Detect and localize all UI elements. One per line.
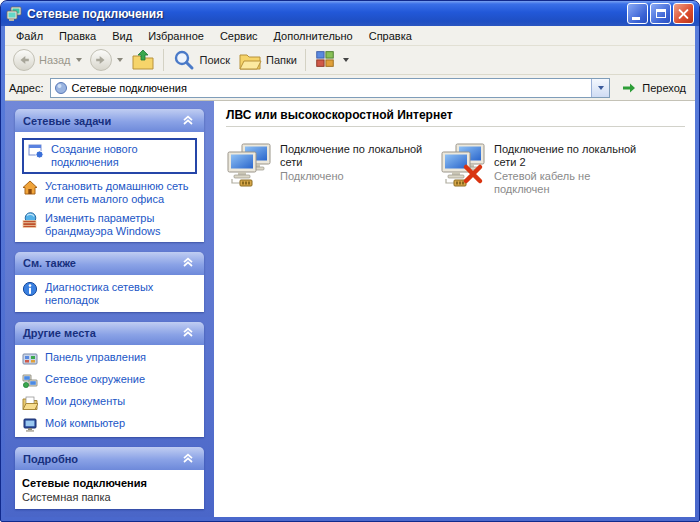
maximize-icon [656,9,666,18]
menu-item-tools[interactable]: Сервис [212,27,266,45]
window-body: Файл Правка Вид Избранное Сервис Дополни… [5,26,695,517]
home-network-icon [22,180,39,196]
window-controls [627,3,694,24]
details-folder-type: Системная папка [22,490,197,504]
connection-name: Подключение по локальной сети [280,143,424,169]
network-connections-window: Сетевые подключения Файл Правка Вид Избр… [0,0,700,522]
connection-status: Подключено [280,170,424,183]
link-label: Мой компьютер [45,417,125,430]
go-button[interactable]: Переход [616,80,691,96]
folders-label: Папки [266,54,297,66]
panel-body: Панель управления [15,345,204,437]
menu-item-file[interactable]: Файл [8,27,51,45]
connection-text: Подключение по локальной сети Подключено [280,143,424,196]
address-value: Сетевые подключения [72,82,588,94]
address-location-icon [54,81,68,95]
panel-title: Сетевые задачи [23,115,111,127]
go-label: Переход [642,82,686,94]
menu-item-help[interactable]: Справка [361,27,420,45]
panel-body: Диагностика сетевых неполадок [15,275,204,312]
my-documents-icon [22,395,39,411]
panel-title: См. также [23,257,76,269]
menu-item-advanced[interactable]: Дополнительно [266,27,361,45]
group-divider [226,126,685,127]
connection-list: Подключение по локальной сети Подключено [226,143,685,196]
panel-header-network-tasks[interactable]: Сетевые задачи [15,109,204,132]
task-label: Изменить параметры брандмауэра Windows [45,212,197,238]
window-title: Сетевые подключения [27,7,622,21]
back-label: Назад [39,54,71,66]
link-label: Мои документы [45,395,125,408]
lan-disconnected-icon [440,143,486,187]
close-button[interactable] [673,3,694,24]
forward-dropdown-icon [117,58,123,62]
task-label: Диагностика сетевых неполадок [45,281,197,307]
toolbar: Назад [5,46,695,75]
back-icon [13,49,35,71]
collapse-chevron-icon[interactable] [182,256,196,270]
views-button[interactable] [310,46,353,74]
my-computer-icon [22,417,39,433]
panel-header-other-places[interactable]: Другие места [15,322,204,345]
panel-header-details[interactable]: Подробно [15,447,204,470]
link-network-places[interactable]: Сетевое окружение [22,373,197,389]
link-my-computer[interactable]: Мой компьютер [22,417,197,433]
link-my-documents[interactable]: Мои документы [22,395,197,411]
link-label: Панель управления [45,351,146,364]
search-label: Поиск [200,54,230,66]
address-input[interactable]: Сетевые подключения [50,78,611,98]
collapse-chevron-icon[interactable] [182,114,196,128]
panel-body: Создание нового подключения Установить д… [15,132,204,242]
link-control-panel[interactable]: Панель управления [22,351,197,367]
panel-title: Другие места [23,327,96,339]
panel-body: Сетевые подключения Системная папка [15,470,204,509]
up-button[interactable] [127,46,159,74]
address-label: Адрес: [9,82,44,94]
network-diagnostics-icon [22,281,39,297]
lan-connection-icon [226,143,272,187]
chevron-down-icon [598,86,604,90]
connection-item-lan1[interactable]: Подключение по локальной сети Подключено [226,143,424,196]
search-icon [172,48,196,72]
folders-button[interactable]: Папки [234,46,301,74]
search-button[interactable]: Поиск [168,46,234,74]
address-bar: Адрес: Сетевые подключения Переход [5,75,695,101]
forward-button[interactable] [86,47,127,73]
folders-icon [238,48,262,72]
back-dropdown-icon [76,58,82,62]
collapse-chevron-icon[interactable] [182,326,196,340]
connection-item-lan2[interactable]: Подключение по локальной сети 2 Сетевой … [440,143,638,196]
up-icon [131,48,155,72]
title-bar[interactable]: Сетевые подключения [1,1,699,26]
collapse-chevron-icon[interactable] [182,452,196,466]
address-dropdown-button[interactable] [591,79,609,97]
network-connections-icon [6,6,22,22]
menu-item-edit[interactable]: Правка [51,27,104,45]
maximize-button[interactable] [650,3,671,24]
group-title: ЛВС или высокоскоростной Интернет [226,106,685,126]
control-panel-icon [22,351,39,367]
back-button[interactable]: Назад [9,47,86,73]
panel-header-see-also[interactable]: См. также [15,252,204,275]
connection-text: Подключение по локальной сети 2 Сетевой … [494,143,638,196]
link-label: Сетевое окружение [45,373,145,386]
toolbar-separator [163,49,164,71]
toolbar-separator [305,49,306,71]
menu-item-view[interactable]: Вид [104,27,140,45]
task-label: Установить домашнюю сеть или сеть малого… [45,180,197,206]
task-label: Создание нового подключения [51,143,191,169]
views-dropdown-icon [343,58,349,62]
minimize-button[interactable] [627,3,648,24]
main-panel: ЛВС или высокоскоростной Интернет [214,101,695,517]
sidebar-panel-other-places: Другие места [15,322,204,437]
sidebar-panel-network-tasks: Сетевые задачи [15,109,204,242]
content-area: Сетевые задачи [5,101,695,517]
task-network-diagnostics[interactable]: Диагностика сетевых неполадок [22,281,197,307]
task-setup-home-network[interactable]: Установить домашнюю сеть или сеть малого… [22,180,197,206]
task-create-new-connection[interactable]: Создание нового подключения [22,138,197,174]
sidebar: Сетевые задачи [5,101,214,517]
sidebar-panel-see-also: См. также [15,252,204,312]
views-icon [314,48,338,72]
menu-item-favorites[interactable]: Избранное [140,27,212,45]
task-change-firewall-settings[interactable]: Изменить параметры брандмауэра Windows [22,212,197,238]
